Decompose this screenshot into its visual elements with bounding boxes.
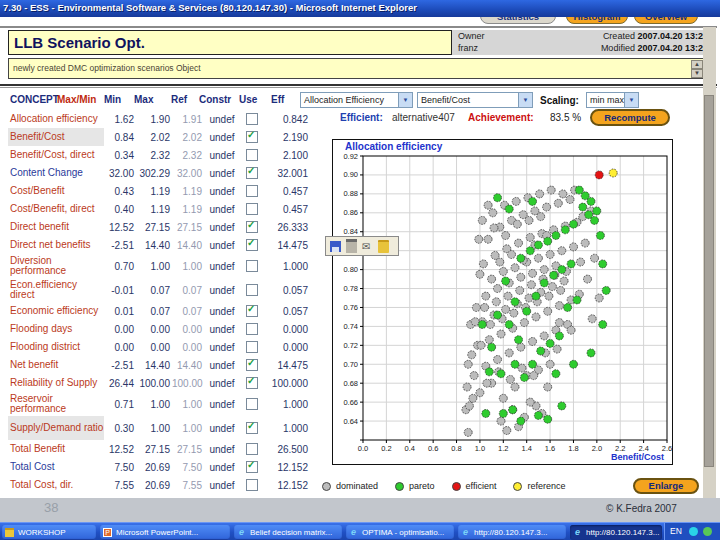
- svg-text:0.76: 0.76: [343, 303, 358, 312]
- x-criterion-select[interactable]: Benefit/Cost ▼: [417, 92, 533, 108]
- use-checkbox[interactable]: [246, 260, 260, 272]
- use-checkbox[interactable]: ✓: [246, 461, 260, 473]
- constr-value: undef: [204, 261, 240, 272]
- table-row: Flooding days0.000.000.00undef0.000: [8, 320, 330, 338]
- table-row: Reservoir performance0.711.001.00undef1.…: [8, 392, 330, 416]
- folder-icon[interactable]: [378, 240, 389, 253]
- col-header-constr: Constr: [199, 94, 231, 105]
- dominated-points: [462, 186, 603, 436]
- eff-value: 0.057: [260, 306, 308, 317]
- ref-value: 0.00: [172, 324, 202, 335]
- ref-value: 0.07: [172, 285, 202, 296]
- language-indicator[interactable]: EN: [670, 526, 682, 536]
- criterion-label: Direct net benefits: [10, 240, 104, 250]
- constr-value: undef: [204, 444, 240, 455]
- vertical-scrollbar[interactable]: [703, 27, 716, 498]
- table-row: Flooding district0.000.000.00undef0.000: [8, 338, 330, 356]
- save-icon[interactable]: [330, 241, 341, 252]
- min-value: 12.52: [98, 222, 134, 233]
- taskbar-button-6[interactable]: ehttp://80.120.147.3...: [570, 525, 662, 540]
- criterion-label: Total Cost, dir.: [10, 480, 104, 490]
- min-value: 0.84: [98, 132, 134, 143]
- use-checkbox[interactable]: [246, 443, 260, 455]
- taskbar-button-5[interactable]: ehttp://80.120.147.3...: [458, 525, 566, 540]
- svg-text:0.4: 0.4: [405, 444, 415, 453]
- eff-value: 14.475: [260, 360, 308, 371]
- svg-text:0.86: 0.86: [343, 208, 358, 217]
- col-header-maxmin: Max/Min: [57, 94, 96, 105]
- efficient-value: alternative407: [392, 112, 455, 123]
- scenario-title-box: LLB Scenario Opt.: [8, 30, 452, 55]
- scaling-select[interactable]: min max ▼: [586, 92, 639, 108]
- use-checkbox[interactable]: ✓: [246, 305, 260, 317]
- taskbar-button-3[interactable]: eBelief decision matrix...: [234, 525, 342, 540]
- max-value: 1.90: [136, 114, 170, 125]
- check-icon: ✓: [247, 219, 255, 230]
- table-row: Cost/Benefit0.431.191.19undef0.457: [8, 182, 330, 200]
- tray-messenger-icon[interactable]: [689, 527, 698, 536]
- use-checkbox[interactable]: [246, 113, 260, 125]
- ref-value: 14.40: [172, 240, 202, 251]
- description-box[interactable]: newly created DMC optimization scenarios…: [8, 58, 705, 79]
- use-checkbox[interactable]: ✓: [246, 167, 260, 179]
- use-checkbox[interactable]: ✓: [246, 377, 260, 389]
- use-checkbox[interactable]: [246, 398, 260, 410]
- svg-text:0.74: 0.74: [343, 322, 358, 331]
- legend-item-pareto: pareto: [395, 481, 435, 491]
- svg-text:0.92: 0.92: [343, 152, 358, 161]
- print-icon[interactable]: [346, 239, 357, 253]
- scatter-plot[interactable]: 0.00.20.40.60.81.01.21.41.61.82.02.22.42…: [333, 140, 672, 464]
- max-value: 27.15: [136, 222, 170, 233]
- ref-value: 1.00: [172, 399, 202, 410]
- constr-value: undef: [204, 306, 240, 317]
- window-title: 7.30 - ESS - Environmental Software & Se…: [3, 2, 417, 13]
- use-checkbox[interactable]: ✓: [246, 422, 260, 434]
- use-checkbox[interactable]: ✓: [246, 131, 260, 143]
- scroll-down-icon[interactable]: ▼: [691, 69, 703, 78]
- mail-icon[interactable]: ✉: [362, 241, 373, 252]
- constr-value: undef: [204, 378, 240, 389]
- ref-value: 14.40: [172, 360, 202, 371]
- table-row: Econ.efficiency direct-0.010.070.07undef…: [8, 278, 330, 302]
- max-value: 0.07: [136, 306, 170, 317]
- scroll-up-icon[interactable]: ▲: [691, 60, 703, 69]
- taskbar-button-2[interactable]: PMicrosoft PowerPoint...: [100, 525, 230, 540]
- check-icon: ✓: [247, 357, 255, 368]
- use-checkbox[interactable]: [246, 479, 260, 491]
- min-value: -0.01: [98, 285, 134, 296]
- svg-text:0.6: 0.6: [428, 444, 438, 453]
- use-checkbox[interactable]: ✓: [246, 239, 260, 251]
- taskbar-button-4[interactable]: eOPTIMA - optimisatio...: [346, 525, 454, 540]
- tray-shield-icon[interactable]: [703, 527, 712, 536]
- constr-value: undef: [204, 204, 240, 215]
- max-value: 1.00: [136, 399, 170, 410]
- window-titlebar[interactable]: 7.30 - ESS - Environmental Software & Se…: [0, 0, 720, 17]
- criteria-table: Allocation efficiency1.621.901.91undef0.…: [8, 110, 330, 494]
- svg-text:0.64: 0.64: [343, 417, 358, 426]
- folder-icon: [5, 528, 14, 537]
- enlarge-button[interactable]: Enlarge: [633, 478, 699, 494]
- image-toolbar: ✉: [325, 236, 399, 256]
- min-value: 0.00: [98, 342, 134, 353]
- use-checkbox[interactable]: [246, 185, 260, 197]
- table-row: Direct net benefits-2.5114.4014.40undef✓…: [8, 236, 330, 254]
- svg-text:1.0: 1.0: [475, 444, 485, 453]
- ie-icon: e: [573, 528, 582, 537]
- min-value: 7.55: [98, 480, 134, 491]
- y-criterion-select[interactable]: Allocation Efficiency ▼: [300, 92, 413, 108]
- use-checkbox[interactable]: ✓: [246, 221, 260, 233]
- use-checkbox[interactable]: ✓: [246, 359, 260, 371]
- taskbar-button-1[interactable]: WORKSHOP: [2, 525, 96, 540]
- use-checkbox[interactable]: [246, 323, 260, 335]
- svg-text:0.66: 0.66: [343, 398, 358, 407]
- use-checkbox[interactable]: [246, 203, 260, 215]
- ref-value: 1.00: [172, 261, 202, 272]
- max-value: 1.19: [136, 186, 170, 197]
- use-checkbox[interactable]: [246, 341, 260, 353]
- scrollbar-thumb[interactable]: [704, 95, 714, 467]
- use-checkbox[interactable]: [246, 149, 260, 161]
- use-checkbox[interactable]: [246, 284, 260, 296]
- ref-value: 1.19: [172, 204, 202, 215]
- recompute-button[interactable]: Recompute: [590, 109, 670, 126]
- criterion-label: Total Cost: [10, 462, 104, 472]
